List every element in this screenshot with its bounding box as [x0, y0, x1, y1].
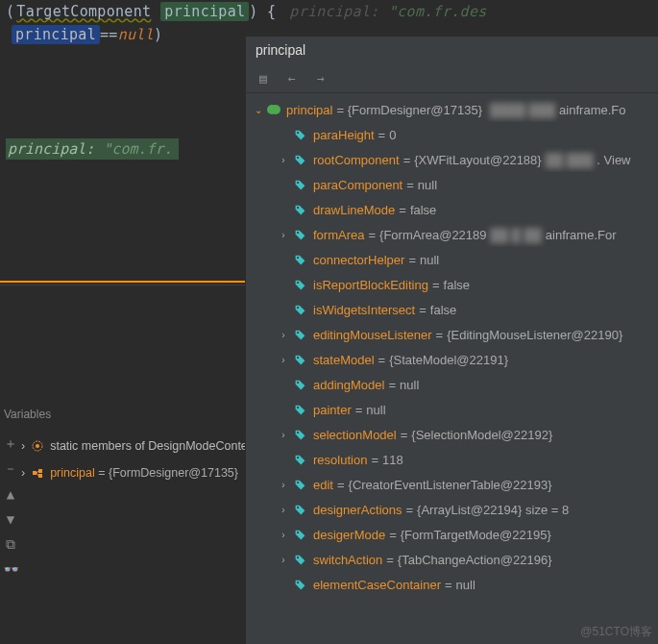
field-icon	[292, 279, 307, 290]
chevron-right-icon[interactable]: ›	[277, 478, 290, 491]
chevron-right-icon[interactable]: ›	[277, 503, 290, 516]
hint-value: "com.fr.des	[388, 3, 487, 20]
inline-hint: principal: "com.fr.des	[289, 3, 486, 20]
tree-root-node[interactable]: ⌄principal = {FormDesigner@17135}████ ██…	[246, 97, 658, 122]
null-literal: null	[118, 26, 154, 43]
equals: =	[382, 553, 398, 567]
field-value: {CreatorEventListenerTable@22193}	[349, 478, 552, 492]
variable-row[interactable]: › static members of DesignModeConte	[21, 433, 246, 459]
tree-node[interactable]: ›rootComponent = {XWFitLayout@22188}██ █…	[246, 147, 658, 172]
field-icon	[292, 329, 307, 340]
field-icon	[292, 354, 307, 365]
add-watch-button[interactable]: ＋	[3, 436, 18, 452]
field-name: selectionModel	[313, 428, 397, 442]
tree-node[interactable]: ›switchAction = {TabChangeAction@22196}	[246, 547, 658, 572]
down-button[interactable]: ▼	[3, 511, 18, 527]
svg-point-24	[297, 557, 299, 558]
chevron-right-icon[interactable]: ›	[277, 153, 290, 166]
variable-name: principal	[50, 466, 95, 480]
field-value: null	[400, 378, 419, 392]
tree-node[interactable]: ›elementCaseContainer = null	[246, 572, 658, 597]
svg-point-9	[297, 182, 299, 184]
code-line-1: ( TargetComponent principal ) { principa…	[0, 0, 658, 23]
equals: =	[441, 578, 456, 592]
variables-list[interactable]: › static members of DesignModeConte › pr…	[21, 433, 246, 486]
signature-close: ) {	[249, 3, 276, 20]
chevron-right-icon[interactable]: ›	[277, 528, 290, 541]
chevron-right-icon[interactable]: ›	[277, 353, 290, 366]
field-icon	[292, 254, 307, 265]
paren: (	[6, 3, 14, 20]
tree-node[interactable]: ›resolution = 118	[246, 447, 658, 472]
svg-point-19	[297, 432, 299, 433]
tree-node[interactable]: ›connectorHelper = null	[246, 247, 658, 272]
back-icon[interactable]: ←	[284, 70, 300, 86]
tree-node[interactable]: ›designerActions = {ArrayList@22194} siz…	[246, 497, 658, 522]
field-value-suffix: . View	[597, 153, 630, 167]
param-name: principal	[160, 2, 249, 21]
svg-point-7	[297, 132, 299, 134]
field-value: {ArrayList@22194} size = 8	[417, 503, 569, 517]
chevron-right-icon[interactable]: ›	[21, 466, 25, 480]
field-name: painter	[313, 403, 352, 417]
history-icon[interactable]: ▤	[256, 70, 271, 86]
field-name: edit	[313, 478, 333, 492]
field-icon	[292, 129, 307, 140]
field-value: 0	[389, 128, 396, 142]
field-value: {FormTargetMode@22195}	[401, 528, 551, 542]
root: ( TargetComponent principal ) { principa…	[0, 0, 658, 644]
equals: =	[333, 478, 349, 492]
field-value: {XWFitLayout@22188}	[414, 153, 541, 167]
tree-node[interactable]: ›stateModel = {StateModel@22191}	[246, 347, 658, 372]
object-tree[interactable]: ⌄principal = {FormDesigner@17135}████ ██…	[246, 93, 658, 644]
variable-usage: principal	[12, 25, 100, 44]
svg-point-11	[297, 232, 299, 234]
variable-row[interactable]: › principal = {FormDesigner@17135}	[21, 459, 246, 486]
tree-node[interactable]: ›formArea = {FormArea@22189██ █ ██ainfra…	[246, 222, 658, 247]
field-icon	[292, 304, 307, 315]
chevron-right-icon[interactable]: ›	[277, 228, 290, 241]
up-button[interactable]: ▲	[3, 486, 18, 502]
tree-node[interactable]: ›isWidgetsIntersect = false	[246, 297, 658, 322]
field-value: {StateModel@22191}	[389, 353, 508, 367]
field-name: elementCaseContainer	[313, 578, 441, 592]
tree-node[interactable]: ›paraHeight = 0	[246, 122, 658, 147]
chevron-right-icon[interactable]: ›	[277, 428, 290, 441]
remove-watch-button[interactable]: －	[3, 461, 18, 477]
field-name: designerActions	[313, 503, 402, 517]
field-value: {EditingMouseListener@22190}	[447, 328, 622, 342]
svg-point-17	[297, 382, 299, 384]
field-name: drawLineMode	[313, 203, 395, 217]
operator: ==	[100, 26, 118, 43]
field-value-suffix: ainframe.For	[546, 228, 617, 242]
equals: =	[375, 128, 390, 142]
field-value: false	[444, 278, 470, 292]
tree-node[interactable]: ›selectionModel = {SelectionModel@22192}	[246, 422, 658, 447]
field-name: switchAction	[313, 553, 382, 567]
equals: =	[432, 328, 448, 342]
chevron-down-icon[interactable]: ⌄	[252, 103, 265, 116]
equals: =	[402, 178, 418, 192]
glasses-icon[interactable]: 👓	[3, 561, 18, 577]
tree-node[interactable]: ›painter = null	[246, 397, 658, 422]
tree-node[interactable]: ›edit = {CreatorEventListenerTable@22193…	[246, 472, 658, 497]
redacted: ██ █ ██	[491, 228, 542, 242]
chevron-right-icon[interactable]: ›	[277, 553, 290, 566]
tree-node[interactable]: ›drawLineMode = false	[246, 197, 658, 222]
svg-rect-2	[33, 471, 37, 475]
tree-node[interactable]: ›editingMouseListener = {EditingMouseLis…	[246, 322, 658, 347]
field-name: rootComponent	[313, 153, 400, 167]
static-badge-icon	[31, 439, 44, 453]
equals: =	[385, 528, 401, 542]
chevron-right-icon[interactable]: ›	[277, 328, 290, 341]
tree-node[interactable]: ›addingModel = null	[246, 372, 658, 397]
copy-button[interactable]: ⧉	[3, 536, 18, 552]
svg-line-6	[37, 473, 38, 476]
forward-icon[interactable]: →	[313, 70, 329, 86]
tree-node[interactable]: ›isReportBlockEditing = false	[246, 272, 658, 297]
field-icon	[292, 379, 307, 390]
chevron-right-icon[interactable]: ›	[21, 439, 25, 453]
active-line-marker	[0, 281, 246, 283]
tree-node[interactable]: ›paraComponent = null	[246, 172, 658, 197]
tree-node[interactable]: ›desigerMode = {FormTargetMode@22195}	[246, 522, 658, 547]
